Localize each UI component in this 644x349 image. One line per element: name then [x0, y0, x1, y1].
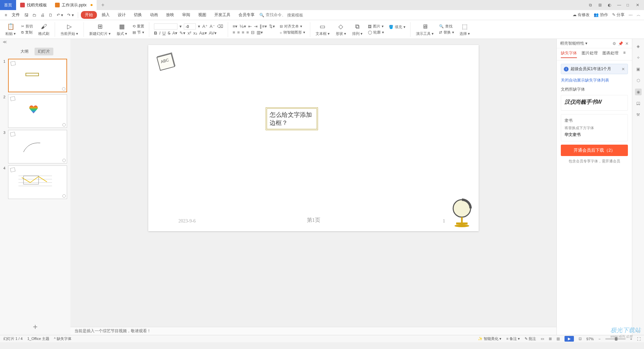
format-painter-button[interactable]: 🖌格式刷 — [36, 22, 51, 36]
from-current-button[interactable]: ▷当前开始 ▾ — [58, 22, 80, 36]
underline-icon[interactable]: U — [162, 31, 165, 36]
tab-template[interactable]: 找稻壳模板 — [16, 0, 51, 10]
minimize-button[interactable]: — — [617, 3, 622, 7]
close-button[interactable]: ✕ — [636, 3, 641, 7]
paste-group[interactable]: 📋粘贴 ▾ — [3, 22, 18, 36]
more-icon[interactable]: ⋯ — [629, 13, 633, 17]
font-card-1[interactable]: 汉仪尚巍手书W — [561, 95, 628, 111]
view-normal-icon[interactable]: ▭ — [541, 337, 544, 341]
italic-icon[interactable]: I — [159, 31, 161, 36]
rp-tab-more-icon[interactable]: ≡ — [623, 50, 626, 58]
thumbnail-2[interactable]: 2 — [3, 94, 67, 128]
print-icon[interactable]: 🖨 — [39, 13, 46, 17]
open-icon[interactable]: 🗀 — [31, 13, 38, 17]
redo-icon[interactable]: ↷ ▾ — [66, 13, 75, 17]
close-banner-icon[interactable]: ✕ — [622, 67, 625, 71]
font-family-input[interactable] — [154, 23, 177, 30]
reset-button[interactable]: ⟲ 重置 — [132, 24, 144, 29]
shape-button[interactable]: ◇形状 ▾ — [334, 22, 348, 36]
menu-devtools[interactable]: 开发工具 — [211, 12, 234, 18]
menu-design[interactable]: 设计 — [114, 12, 129, 18]
align-right-icon[interactable]: ≡ — [242, 30, 245, 35]
disable-autoshow-link[interactable]: 关闭自动展示缺失字体列表 — [561, 78, 628, 83]
fill-button[interactable]: 🪣 填充 ▾ — [389, 24, 406, 30]
picture-button[interactable]: 🖼 图片 ▾ — [368, 24, 384, 29]
sico-tools-icon[interactable]: ⚒ — [635, 111, 642, 118]
align-text-button[interactable]: ⊟ 对齐文本 ▾ — [280, 24, 305, 29]
rp-tab-fonts[interactable]: 缺失字体 — [561, 50, 577, 58]
maximize-button[interactable]: □ — [627, 3, 631, 7]
fullscreen-icon[interactable]: ⛶ — [637, 337, 641, 341]
menu-transition[interactable]: 切换 — [130, 12, 145, 18]
font-color-icon[interactable]: A▾ — [172, 31, 178, 36]
thumbnail-4[interactable]: 4 — [3, 165, 67, 199]
thumbnail-3[interactable]: 3 — [3, 130, 67, 163]
convert-smartart-button[interactable]: ⟐ 转智能图形 ▾ — [280, 30, 305, 35]
justify-icon[interactable]: ≡ — [246, 30, 249, 35]
arrange-button[interactable]: ⧉排列 ▾ — [350, 22, 365, 36]
theme-label[interactable]: 1_Office 主题 — [27, 336, 49, 341]
missing-font-status[interactable]: ᴬ 缺失字体 — [54, 336, 71, 341]
font-card-2[interactable]: 隶书 将替换成下方字体 华文隶书 — [561, 114, 628, 141]
decrease-font-icon[interactable]: A⁻ — [210, 24, 215, 29]
text-direction-icon[interactable]: ⇅▾ — [269, 24, 275, 29]
replace-button[interactable]: ⇄ 替换 ▾ — [439, 30, 454, 35]
collapse-left-icon[interactable]: ≪ — [3, 40, 9, 46]
zoom-slider[interactable] — [605, 338, 626, 340]
sico-diamond-icon[interactable]: ◈ — [635, 43, 642, 50]
skin-icon[interactable]: ◐ — [608, 3, 612, 7]
sico-layers-icon[interactable]: ▣ — [635, 66, 642, 72]
present-tools-button[interactable]: 🖥演示工具 ▾ — [414, 22, 436, 36]
align-center-icon[interactable]: ≡ — [237, 30, 240, 35]
notes-button[interactable]: ≡ 备注 ▾ — [506, 336, 520, 341]
font-size-input[interactable] — [184, 23, 196, 30]
layout-button[interactable]: ▦版式 ▾ — [115, 22, 129, 36]
zoom-out-icon[interactable]: − — [598, 337, 600, 341]
select-button[interactable]: ⬚选择 ▾ — [458, 22, 472, 36]
smart-beautify-button[interactable]: ✨ 智能美化 ▾ — [478, 336, 501, 341]
increase-font-icon[interactable]: A⁺ — [202, 24, 208, 29]
cut-button[interactable]: ✂ 剪切 — [21, 24, 33, 29]
bullets-icon[interactable]: ≡▾ — [233, 24, 238, 29]
subscript-icon[interactable]: x₂ — [193, 31, 197, 36]
char-spacing-icon[interactable]: AV▾ — [209, 31, 217, 36]
line-spacing-icon[interactable]: ‖≡▾ — [260, 24, 267, 29]
tab-document[interactable]: 工作演示.pptx — [51, 0, 97, 10]
download-fonts-button[interactable]: 开通会员后下载（2） — [561, 145, 628, 156]
columns-icon[interactable]: ▥▾ — [257, 30, 263, 35]
window-layout-icon[interactable]: ⧉ — [589, 3, 594, 7]
add-slide-button[interactable]: + — [0, 319, 70, 335]
align-left-icon[interactable]: ≡ — [233, 30, 235, 35]
tab-outline[interactable]: 大纲 — [17, 48, 32, 55]
file-menu[interactable]: 文件 — [10, 12, 22, 18]
thumbnail-1[interactable]: 1 — [3, 59, 67, 92]
zoom-level[interactable]: 97% — [586, 337, 594, 341]
increase-indent-icon[interactable]: ⇥ — [254, 24, 258, 29]
settings-icon[interactable]: ⚙ — [612, 41, 616, 46]
new-tab-button[interactable]: + — [97, 2, 109, 8]
undo-icon[interactable]: ↶ ▾ — [55, 13, 64, 17]
copy-button[interactable]: ⧉ 复制 — [21, 30, 33, 35]
outline-button[interactable]: ◯ 轮廓 ▾ — [368, 30, 384, 35]
sico-help-icon[interactable]: 🕮 — [635, 100, 642, 107]
sico-design-icon[interactable]: ⬡ — [635, 77, 642, 84]
zoom-in-icon[interactable]: + — [630, 337, 632, 341]
modified-indicator[interactable]: ☁ 有修改 — [573, 12, 590, 18]
info-banner[interactable]: i 超级会员买1年送1个月 ✕ — [561, 64, 628, 74]
menu-start[interactable]: 开始 — [81, 11, 97, 19]
shape-outline-button[interactable] — [389, 31, 406, 35]
rp-tab-images[interactable]: 图片处理 — [582, 50, 598, 58]
fit-icon[interactable]: ⊡ — [579, 337, 582, 341]
canvas-scroll[interactable]: ABC 怎么给文字添加边框？ 2023-9-6 第1页 1 — [70, 39, 556, 327]
decrease-indent-icon[interactable]: ⇤ — [248, 24, 252, 29]
new-slide-button[interactable]: ⊞新建幻灯片 ▾ — [87, 22, 113, 36]
slide[interactable]: ABC 怎么给文字添加边框？ 2023-9-6 第1页 1 — [148, 45, 479, 231]
sico-star-icon[interactable]: ✧ — [635, 54, 642, 61]
menu-insert[interactable]: 插入 — [98, 12, 113, 18]
menu-member[interactable]: 会员专享 — [235, 12, 258, 18]
play-button[interactable]: ▶ — [565, 336, 574, 342]
bold-icon[interactable]: B — [154, 31, 157, 36]
hamburger-icon[interactable]: ≡ — [3, 13, 8, 17]
preview-icon[interactable]: 🗋 — [47, 13, 54, 17]
notes-area[interactable]: 当前是插入一个综艺节目视频，敬请观看！ — [70, 327, 556, 335]
